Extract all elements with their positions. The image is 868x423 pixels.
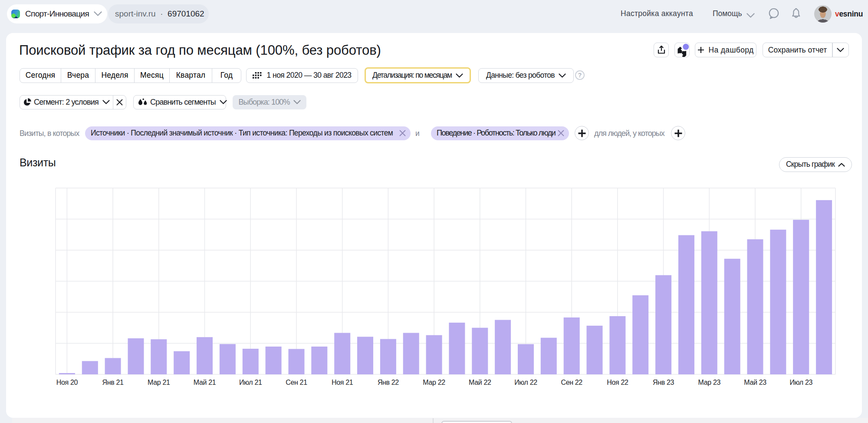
- svg-text:Мар 23: Мар 23: [698, 379, 721, 386]
- svg-text:Янв 23: Янв 23: [653, 379, 674, 386]
- svg-text:Ноя 22: Ноя 22: [607, 379, 628, 386]
- svg-text:Янв 22: Янв 22: [378, 379, 399, 386]
- svg-text:Ноя 20: Ноя 20: [56, 379, 78, 386]
- svg-text:Мар 22: Мар 22: [423, 379, 445, 386]
- svg-text:Сен 21: Сен 21: [286, 379, 307, 386]
- svg-text:Ноя 21: Ноя 21: [332, 379, 353, 386]
- svg-text:Янв 21: Янв 21: [102, 379, 124, 386]
- svg-text:Июл 21: Июл 21: [239, 379, 262, 386]
- svg-text:Май 23: Май 23: [744, 379, 766, 386]
- svg-text:Июл 23: Июл 23: [789, 379, 812, 386]
- svg-text:Июл 22: Июл 22: [514, 379, 537, 386]
- svg-text:Май 22: Май 22: [469, 379, 491, 386]
- svg-text:Май 21: Май 21: [194, 379, 216, 386]
- svg-text:Мар 21: Мар 21: [148, 379, 170, 386]
- svg-text:Сен 22: Сен 22: [561, 379, 582, 386]
